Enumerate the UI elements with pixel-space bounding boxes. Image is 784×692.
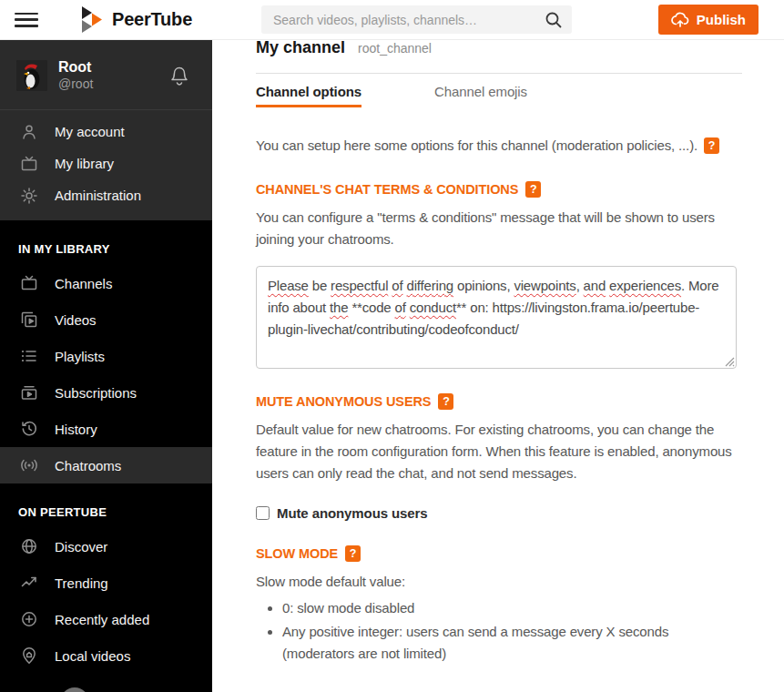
- tab-bar: Channel options Channel emojis: [256, 84, 742, 107]
- search-icon[interactable]: [543, 9, 565, 31]
- sidebar-item-my-account[interactable]: My account: [0, 116, 212, 148]
- plus-circle-icon: [18, 610, 40, 628]
- help-icon[interactable]: ?: [525, 181, 541, 198]
- sidebar-item-label: Discover: [55, 539, 107, 555]
- sidebar-item-channels[interactable]: Channels: [0, 265, 212, 301]
- sidebar-item-recently-added[interactable]: Recently added: [0, 601, 212, 637]
- help-icon[interactable]: ?: [438, 393, 453, 410]
- history-icon: [18, 420, 40, 438]
- main-content: My channel root_channel Channel options …: [212, 0, 784, 665]
- playlist-icon: [18, 347, 40, 365]
- clipped-menu-icon: [60, 687, 89, 692]
- intro-text: You can setup here some options for this…: [256, 135, 697, 157]
- trending-icon: [18, 574, 40, 592]
- slow-mode-bullets: 0: slow mode disabled Any positive integ…: [256, 597, 711, 665]
- upload-icon: [671, 12, 689, 28]
- peertube-nav: Discover Trending Recently added Local v…: [0, 528, 212, 674]
- tv-icon: [18, 274, 40, 292]
- divider: [256, 73, 742, 74]
- mute-heading: MUTE ANONYMOUS USERS ?: [256, 393, 742, 410]
- broadcast-icon: [18, 456, 40, 474]
- subscriptions-icon: [18, 383, 40, 402]
- sidebar-item-label: History: [55, 422, 97, 437]
- peertube-logo[interactable]: PeerTube: [82, 6, 192, 33]
- sidebar-item-label: Local videos: [55, 648, 130, 664]
- section-label-in-my-library: IN MY LIBRARY: [0, 220, 212, 265]
- mute-anonymous-checkbox[interactable]: [256, 506, 270, 520]
- sidebar-item-videos[interactable]: Videos: [0, 301, 212, 338]
- terms-textarea[interactable]: Please be respectful of differing opinio…: [256, 266, 737, 369]
- brand-title: PeerTube: [112, 9, 192, 30]
- section-label-on-peertube: ON PEERTUBE: [0, 483, 212, 528]
- notifications-bell-icon[interactable]: [168, 64, 190, 87]
- help-icon[interactable]: ?: [345, 545, 361, 562]
- sidebar-item-label: Chatrooms: [55, 458, 121, 473]
- tab-channel-emojis[interactable]: Channel emojis: [434, 84, 527, 107]
- bullet-item: Any positive integer: users can send a m…: [282, 621, 711, 665]
- sidebar-item-trending[interactable]: Trending: [0, 565, 212, 601]
- publish-label: Publish: [697, 12, 746, 27]
- channel-handle: root_channel: [358, 41, 432, 56]
- home-pin-icon: [18, 646, 40, 665]
- sidebar-item-playlists[interactable]: Playlists: [0, 338, 212, 374]
- sidebar-item-label: My library: [55, 156, 114, 171]
- search-area: [261, 5, 572, 34]
- mute-description: Default value for new chatrooms. For exi…: [256, 419, 742, 484]
- terms-description: You can configure a "terms & conditions"…: [256, 207, 742, 250]
- sidebar-item-history[interactable]: History: [0, 411, 212, 447]
- sidebar-item-label: Subscriptions: [55, 385, 137, 401]
- page-title: My channel: [256, 38, 345, 57]
- menu-icon[interactable]: [15, 11, 38, 29]
- sidebar-item-discover[interactable]: Discover: [0, 528, 212, 565]
- globe-icon: [18, 537, 40, 555]
- slow-mode-heading: SLOW MODE ?: [256, 545, 742, 562]
- library-nav: Channels Videos Playlists Subscriptions …: [0, 265, 212, 483]
- user-name: Root: [58, 58, 93, 76]
- user-handle: @root: [58, 76, 93, 92]
- terms-heading: CHANNEL'S CHAT TERMS & CONDITIONS ?: [256, 181, 742, 198]
- account-links: My account My library Administration: [0, 110, 212, 220]
- sidebar-item-label: Recently added: [55, 612, 149, 627]
- avatar[interactable]: [16, 60, 47, 91]
- publish-button[interactable]: Publish: [658, 5, 759, 35]
- tab-channel-options[interactable]: Channel options: [256, 84, 361, 107]
- resize-grip-icon[interactable]: [725, 357, 735, 367]
- sidebar-item-label: Playlists: [55, 349, 105, 364]
- tv-icon: [18, 155, 40, 173]
- video-icon: [18, 310, 40, 329]
- help-icon[interactable]: ?: [704, 137, 719, 154]
- top-bar: PeerTube Publish: [0, 0, 784, 40]
- sidebar-item-label: My account: [55, 124, 125, 139]
- person-icon: [18, 123, 40, 141]
- sidebar-item-label: Channels: [55, 276, 112, 291]
- sidebar-item-label: Administration: [55, 188, 141, 203]
- sidebar-item-label: Videos: [55, 312, 97, 328]
- sidebar-item-subscriptions[interactable]: Subscriptions: [0, 374, 212, 411]
- sidebar: Root @root My account My l: [0, 40, 212, 692]
- sidebar-item-my-library[interactable]: My library: [0, 148, 212, 179]
- gear-icon: [18, 187, 40, 205]
- bullet-item: 0: slow mode disabled: [282, 597, 711, 619]
- sidebar-item-local-videos[interactable]: Local videos: [0, 637, 212, 674]
- sidebar-item-chatrooms[interactable]: Chatrooms: [0, 447, 212, 483]
- search-input[interactable]: [261, 5, 572, 34]
- mute-anonymous-label[interactable]: Mute anonymous users: [277, 505, 428, 521]
- user-menu[interactable]: Root @root: [0, 40, 212, 110]
- slow-mode-description: Slow mode default value:: [256, 571, 742, 593]
- sidebar-item-administration[interactable]: Administration: [0, 179, 212, 211]
- play-logo-icon: [82, 6, 103, 33]
- sidebar-item-label: Trending: [55, 575, 108, 591]
